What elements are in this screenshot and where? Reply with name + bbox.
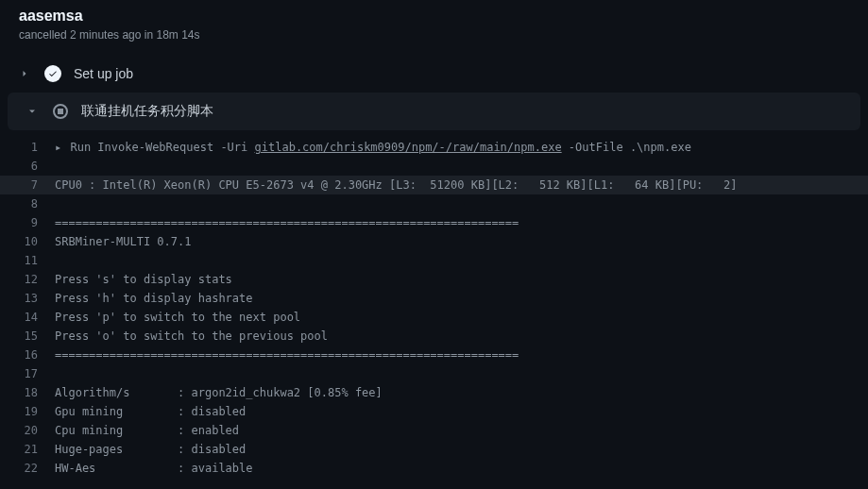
chevron-down-icon[interactable] bbox=[25, 104, 40, 119]
line-number[interactable]: 7 bbox=[0, 176, 55, 194]
line-content: ========================================… bbox=[55, 213, 519, 232]
workflow-subtitle: cancelled 2 minutes ago in 18m 14s bbox=[19, 28, 849, 42]
line-number[interactable]: 18 bbox=[0, 383, 55, 402]
line-content: ▸ Run Invoke-WebRequest -Uri gitlab.com/… bbox=[55, 138, 691, 157]
line-content: SRBMiner-MULTI 0.7.1 bbox=[55, 232, 192, 251]
line-content: ========================================… bbox=[55, 346, 519, 364]
log-line: 17 bbox=[0, 364, 868, 383]
line-content: Huge-pages : disabled bbox=[55, 440, 246, 459]
line-number[interactable]: 11 bbox=[0, 251, 55, 270]
workflow-header: aasemsa cancelled 2 minutes ago in 18m 1… bbox=[0, 0, 868, 55]
chevron-right-icon[interactable] bbox=[17, 66, 32, 81]
log-line: 12Press 's' to display stats bbox=[0, 270, 868, 289]
step-setup-job[interactable]: Set up job bbox=[0, 55, 868, 93]
line-number[interactable]: 6 bbox=[0, 157, 55, 176]
run-prefix: Run Invoke-WebRequest -Uri bbox=[70, 141, 254, 154]
duration: 18m 14s bbox=[156, 28, 199, 42]
log-line: 18Algorithm/s : argon2id_chukwa2 [0.85% … bbox=[0, 383, 868, 402]
line-content: Cpu mining : enabled bbox=[55, 421, 239, 440]
line-content: CPU0 : Intel(R) Xeon(R) CPU E5-2673 v4 @… bbox=[55, 176, 737, 194]
cancelled-icon bbox=[51, 102, 70, 121]
log-line: 8 bbox=[0, 194, 868, 213]
line-number[interactable]: 20 bbox=[0, 421, 55, 440]
line-content: Press 's' to display stats bbox=[55, 270, 232, 289]
line-number[interactable]: 22 bbox=[0, 459, 55, 478]
line-number[interactable]: 17 bbox=[0, 364, 55, 383]
log-line: 16======================================… bbox=[0, 346, 868, 364]
run-url-link[interactable]: gitlab.com/chriskm0909/npm/-/raw/main/np… bbox=[255, 141, 562, 154]
log-line: 14Press 'p' to switch to the next pool bbox=[0, 308, 868, 327]
log-line: 9=======================================… bbox=[0, 213, 868, 232]
line-content: Press 'h' to display hashrate bbox=[55, 289, 253, 308]
log-line: 20Cpu mining : enabled bbox=[0, 421, 868, 440]
time-ago: 2 minutes ago bbox=[70, 28, 141, 42]
success-icon bbox=[43, 64, 62, 83]
log-line: 22HW-Aes : available bbox=[0, 459, 868, 478]
log-line: 15Press 'o' to switch to the previous po… bbox=[0, 327, 868, 346]
log-line: 1▸ Run Invoke-WebRequest -Uri gitlab.com… bbox=[0, 138, 868, 157]
workflow-title: aasemsa bbox=[19, 8, 849, 25]
log-line: 21Huge-pages : disabled bbox=[0, 440, 868, 459]
line-content: HW-Aes : available bbox=[55, 459, 253, 478]
line-number[interactable]: 15 bbox=[0, 327, 55, 346]
line-content: Gpu mining : disabled bbox=[55, 402, 246, 421]
step-script[interactable]: 联通挂机任务积分脚本 bbox=[8, 93, 860, 130]
line-number[interactable]: 21 bbox=[0, 440, 55, 459]
line-number[interactable]: 1 bbox=[0, 138, 55, 157]
line-number[interactable]: 14 bbox=[0, 308, 55, 327]
log-output: 1▸ Run Invoke-WebRequest -Uri gitlab.com… bbox=[0, 130, 868, 478]
line-content: Algorithm/s : argon2id_chukwa2 [0.85% fe… bbox=[55, 383, 383, 402]
line-number[interactable]: 10 bbox=[0, 232, 55, 251]
log-line: 6 bbox=[0, 157, 868, 176]
status-text: cancelled bbox=[19, 28, 67, 42]
line-number[interactable]: 12 bbox=[0, 270, 55, 289]
log-line: 11 bbox=[0, 251, 868, 270]
line-content: Press 'o' to switch to the previous pool bbox=[55, 327, 328, 346]
line-number[interactable]: 13 bbox=[0, 289, 55, 308]
run-suffix: -OutFile .\npm.exe bbox=[562, 141, 691, 154]
log-line: 10SRBMiner-MULTI 0.7.1 bbox=[0, 232, 868, 251]
step-label: 联通挂机任务积分脚本 bbox=[81, 103, 213, 120]
step-label: Set up job bbox=[74, 66, 133, 81]
collapse-triangle-icon[interactable]: ▸ bbox=[55, 141, 68, 154]
line-number[interactable]: 9 bbox=[0, 213, 55, 232]
log-line: 19Gpu mining : disabled bbox=[0, 402, 868, 421]
line-number[interactable]: 8 bbox=[0, 194, 55, 213]
line-number[interactable]: 16 bbox=[0, 346, 55, 364]
in-word: in bbox=[145, 28, 153, 42]
log-line: 7CPU0 : Intel(R) Xeon(R) CPU E5-2673 v4 … bbox=[0, 176, 868, 194]
line-content: Press 'p' to switch to the next pool bbox=[55, 308, 300, 327]
log-line: 13Press 'h' to display hashrate bbox=[0, 289, 868, 308]
line-number[interactable]: 19 bbox=[0, 402, 55, 421]
